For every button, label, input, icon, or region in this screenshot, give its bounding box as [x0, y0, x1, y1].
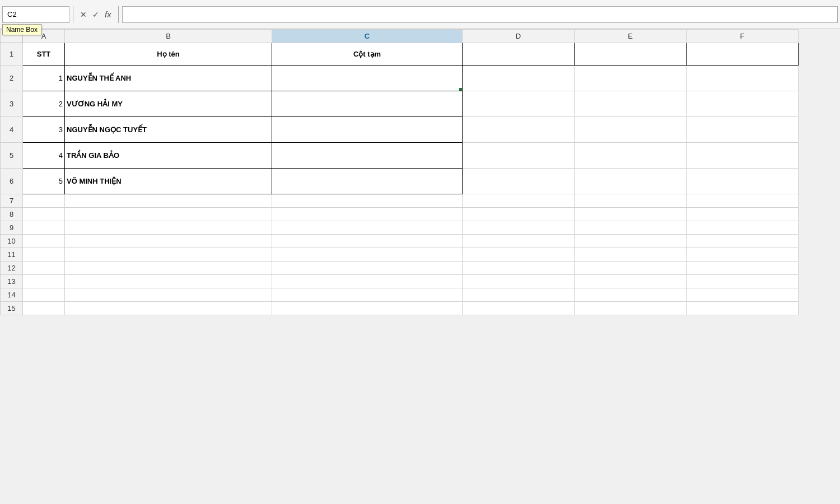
- cell-C12[interactable]: [272, 262, 463, 275]
- cell-D11[interactable]: [463, 248, 575, 262]
- cell-F1[interactable]: [687, 43, 799, 66]
- cell-E8[interactable]: [575, 208, 687, 221]
- cell-A10[interactable]: [23, 235, 65, 248]
- cell-E6[interactable]: [575, 169, 687, 194]
- cell-B10[interactable]: [65, 235, 272, 248]
- cell-D1[interactable]: [463, 43, 575, 66]
- cell-B12[interactable]: [65, 262, 272, 275]
- cell-A6[interactable]: 5: [23, 169, 65, 194]
- cell-B2[interactable]: NGUYỄN THẾ ANH: [65, 66, 272, 91]
- row-header-9[interactable]: 9: [1, 221, 23, 235]
- cell-E11[interactable]: [575, 248, 687, 262]
- cell-C15[interactable]: [272, 302, 463, 315]
- col-header-B[interactable]: B: [65, 30, 272, 43]
- cell-A7[interactable]: [23, 194, 65, 208]
- cell-E15[interactable]: [575, 302, 687, 315]
- name-box[interactable]: C2: [2, 6, 69, 23]
- cell-C9[interactable]: [272, 221, 463, 235]
- row-header-1[interactable]: 1: [1, 43, 23, 66]
- cell-C8[interactable]: [272, 208, 463, 221]
- col-header-E[interactable]: E: [575, 30, 687, 43]
- row-header-14[interactable]: 14: [1, 288, 23, 302]
- cell-E12[interactable]: [575, 262, 687, 275]
- row-header-6[interactable]: 6: [1, 169, 23, 194]
- accept-icon[interactable]: ✓: [92, 10, 99, 19]
- cell-A9[interactable]: [23, 221, 65, 235]
- formula-input[interactable]: [122, 6, 838, 23]
- cell-E14[interactable]: [575, 288, 687, 302]
- cell-A2[interactable]: 1: [23, 66, 65, 91]
- cell-A13[interactable]: [23, 275, 65, 288]
- cell-F7[interactable]: [687, 194, 799, 208]
- cell-C1[interactable]: Cột tạm: [272, 43, 463, 66]
- row-header-7[interactable]: 7: [1, 194, 23, 208]
- cell-C6[interactable]: [272, 169, 463, 194]
- cell-E1[interactable]: [575, 43, 687, 66]
- cell-F5[interactable]: [687, 143, 799, 169]
- cell-D15[interactable]: [463, 302, 575, 315]
- cell-F15[interactable]: [687, 302, 799, 315]
- cell-B15[interactable]: [65, 302, 272, 315]
- fill-handle[interactable]: [459, 88, 463, 91]
- cancel-icon[interactable]: ✕: [80, 10, 87, 19]
- cell-F9[interactable]: [687, 221, 799, 235]
- cell-D8[interactable]: [463, 208, 575, 221]
- cell-D14[interactable]: [463, 288, 575, 302]
- cell-B11[interactable]: [65, 248, 272, 262]
- fx-icon[interactable]: fx: [105, 10, 111, 19]
- cell-F11[interactable]: [687, 248, 799, 262]
- cell-A14[interactable]: [23, 288, 65, 302]
- cell-F2[interactable]: [687, 66, 799, 91]
- cell-B5[interactable]: TRẦN GIA BẢO: [65, 143, 272, 169]
- cell-D6[interactable]: [463, 169, 575, 194]
- cell-D9[interactable]: [463, 221, 575, 235]
- cell-B14[interactable]: [65, 288, 272, 302]
- row-header-15[interactable]: 15: [1, 302, 23, 315]
- cell-E7[interactable]: [575, 194, 687, 208]
- cell-F4[interactable]: [687, 117, 799, 143]
- cell-A4[interactable]: 3: [23, 117, 65, 143]
- cell-D3[interactable]: [463, 91, 575, 117]
- cell-C4[interactable]: [272, 117, 463, 143]
- cell-F14[interactable]: [687, 288, 799, 302]
- cell-D5[interactable]: [463, 143, 575, 169]
- col-header-C[interactable]: C: [272, 30, 463, 43]
- cell-A11[interactable]: [23, 248, 65, 262]
- cell-A3[interactable]: 2: [23, 91, 65, 117]
- row-header-3[interactable]: 3: [1, 91, 23, 117]
- cell-C3[interactable]: [272, 91, 463, 117]
- cell-B1[interactable]: Họ tên: [65, 43, 272, 66]
- cell-C2[interactable]: [272, 66, 463, 91]
- cell-F12[interactable]: [687, 262, 799, 275]
- cell-D2[interactable]: [463, 66, 575, 91]
- cell-C11[interactable]: [272, 248, 463, 262]
- cell-A15[interactable]: [23, 302, 65, 315]
- cell-F3[interactable]: [687, 91, 799, 117]
- row-header-8[interactable]: 8: [1, 208, 23, 221]
- cell-D7[interactable]: [463, 194, 575, 208]
- cell-A5[interactable]: 4: [23, 143, 65, 169]
- cell-B13[interactable]: [65, 275, 272, 288]
- cell-F10[interactable]: [687, 235, 799, 248]
- cell-E5[interactable]: [575, 143, 687, 169]
- cell-E9[interactable]: [575, 221, 687, 235]
- cell-F8[interactable]: [687, 208, 799, 221]
- cell-E2[interactable]: [575, 66, 687, 91]
- cell-C14[interactable]: [272, 288, 463, 302]
- cell-B9[interactable]: [65, 221, 272, 235]
- cell-B3[interactable]: VƯƠNG HẢI MY: [65, 91, 272, 117]
- row-header-13[interactable]: 13: [1, 275, 23, 288]
- row-header-4[interactable]: 4: [1, 117, 23, 143]
- cell-B8[interactable]: [65, 208, 272, 221]
- row-header-5[interactable]: 5: [1, 143, 23, 169]
- cell-B7[interactable]: [65, 194, 272, 208]
- row-header-2[interactable]: 2: [1, 66, 23, 91]
- cell-D4[interactable]: [463, 117, 575, 143]
- col-header-D[interactable]: D: [463, 30, 575, 43]
- cell-F13[interactable]: [687, 275, 799, 288]
- cell-C13[interactable]: [272, 275, 463, 288]
- cell-F6[interactable]: [687, 169, 799, 194]
- cell-C7[interactable]: [272, 194, 463, 208]
- row-header-11[interactable]: 11: [1, 248, 23, 262]
- cell-B4[interactable]: NGUYỄN NGỌC TUYẾT: [65, 117, 272, 143]
